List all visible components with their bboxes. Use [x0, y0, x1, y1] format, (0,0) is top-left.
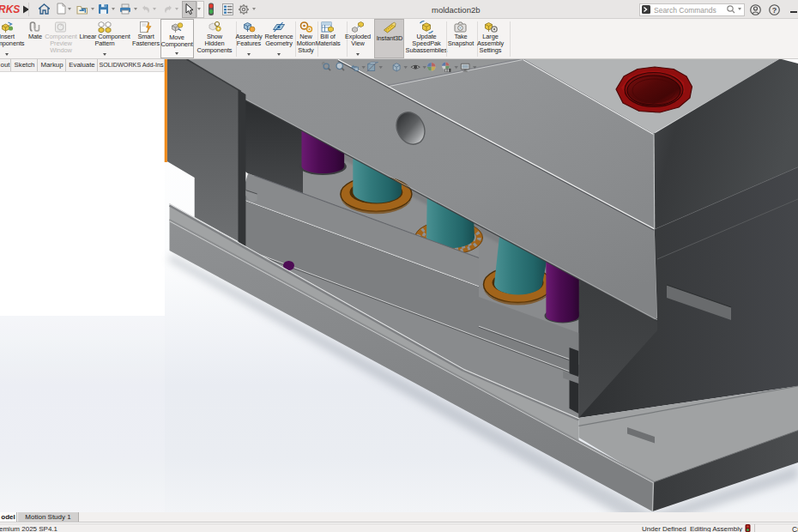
svg-text:?: ? — [772, 6, 777, 15]
